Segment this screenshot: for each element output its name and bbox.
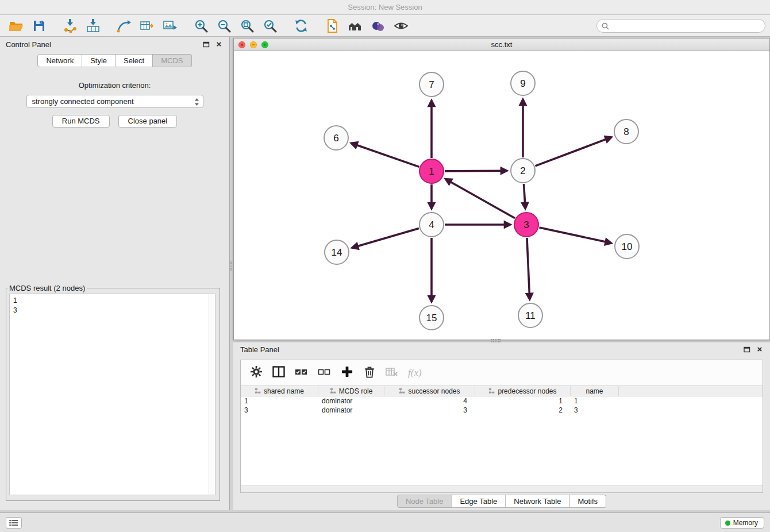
- close-panel-button[interactable]: Close panel: [118, 115, 178, 128]
- document-network-icon: [325, 18, 340, 33]
- graph-node-1[interactable]: 1: [419, 159, 444, 183]
- tab-node-table[interactable]: Node Table: [397, 495, 452, 508]
- zoom-window-icon[interactable]: [261, 41, 268, 48]
- tab-select[interactable]: Select: [116, 54, 153, 67]
- graph-node-15[interactable]: 15: [419, 306, 444, 330]
- cell-predecessor-nodes[interactable]: 2: [475, 406, 571, 415]
- add-column-button[interactable]: [341, 365, 353, 380]
- copy-network-button[interactable]: [321, 17, 344, 35]
- houses-icon: [348, 20, 363, 32]
- graph-node-14[interactable]: 14: [325, 240, 349, 264]
- cell-shared-name[interactable]: 1: [241, 396, 318, 406]
- control-panel-float-button[interactable]: [202, 40, 211, 48]
- graph-edge-1-2[interactable]: [445, 171, 507, 171]
- cell-name[interactable]: 1: [571, 396, 619, 406]
- graph-node-2[interactable]: 2: [511, 159, 535, 183]
- zoom-fit-button[interactable]: [236, 17, 259, 35]
- tab-edge-table[interactable]: Edge Table: [452, 495, 506, 508]
- task-history-button[interactable]: [6, 517, 22, 529]
- zoom-out-icon: [217, 19, 231, 33]
- show-columns-button[interactable]: [272, 365, 285, 380]
- table-panel: Table Panel ×: [233, 342, 770, 510]
- cell-mcds-role[interactable]: dominator: [318, 396, 384, 406]
- tab-mcds[interactable]: MCDS: [153, 54, 191, 67]
- graph-node-label: 7: [429, 79, 434, 90]
- delete-table-button[interactable]: [386, 367, 398, 380]
- graph-node-4[interactable]: 4: [419, 213, 444, 237]
- table-panel-close-button[interactable]: ×: [755, 345, 764, 353]
- graph-node-3[interactable]: 3: [514, 213, 538, 237]
- minimize-window-icon[interactable]: [250, 41, 257, 48]
- import-network-icon: [63, 18, 78, 33]
- tab-motifs[interactable]: Motifs: [569, 495, 606, 508]
- graph-node-9[interactable]: 9: [511, 71, 535, 95]
- run-mcds-button[interactable]: Run MCDS: [52, 115, 110, 128]
- column-header-name[interactable]: name: [571, 386, 619, 396]
- zoom-out-button[interactable]: [213, 17, 236, 35]
- tab-network[interactable]: Network: [37, 54, 82, 67]
- zoom-selected-button[interactable]: [259, 17, 282, 35]
- graph-edge-4-14[interactable]: [352, 228, 419, 248]
- criterion-dropdown[interactable]: strongly connected component: [26, 95, 203, 108]
- delete-column-button[interactable]: [363, 365, 376, 381]
- select-all-button[interactable]: [295, 367, 308, 380]
- graph-edge-3-11[interactable]: [527, 238, 530, 299]
- graph-node-6[interactable]: 6: [324, 126, 348, 150]
- search-input[interactable]: [612, 22, 760, 30]
- save-session-button[interactable]: [28, 17, 51, 35]
- import-table-button[interactable]: [82, 17, 105, 35]
- graph-node-label: 4: [429, 219, 434, 230]
- cell-predecessor-nodes[interactable]: 1: [475, 396, 571, 406]
- new-network-button[interactable]: [113, 17, 136, 35]
- graph-edge-1-6[interactable]: [351, 143, 419, 167]
- tab-style[interactable]: Style: [82, 54, 116, 67]
- graph-node-8[interactable]: 8: [614, 119, 638, 144]
- cell-successor-nodes[interactable]: 3: [384, 406, 475, 415]
- vertical-splitter-handle[interactable]: [230, 261, 234, 271]
- column-header-successor-nodes[interactable]: successor nodes: [384, 386, 475, 396]
- apply-layout-button[interactable]: [290, 17, 313, 35]
- graph-edge-2-3[interactable]: [524, 184, 526, 209]
- tab-network-table[interactable]: Network Table: [506, 495, 569, 508]
- show-hide-button[interactable]: [390, 17, 413, 35]
- function-builder-button[interactable]: f(x): [408, 367, 422, 379]
- table-horizontal-scrollbar[interactable]: [241, 485, 763, 492]
- zoom-in-button[interactable]: [190, 17, 213, 35]
- control-panel-close-button[interactable]: ×: [214, 40, 224, 48]
- graph-node-label: 15: [426, 313, 437, 323]
- graph-node-label: 14: [332, 247, 342, 258]
- export-image-button[interactable]: [159, 17, 182, 35]
- graph-node-10[interactable]: 10: [615, 234, 639, 259]
- graph-node-11[interactable]: 11: [518, 303, 542, 327]
- open-session-button[interactable]: [5, 17, 28, 35]
- style-button[interactable]: [367, 17, 390, 35]
- graph-edge-3-10[interactable]: [540, 228, 611, 243]
- graph-node-7[interactable]: 7: [419, 72, 444, 97]
- table-row[interactable]: 3 dominator 3 2 3: [241, 406, 763, 415]
- export-table-button[interactable]: [136, 17, 159, 35]
- result-scrollbar[interactable]: [209, 294, 215, 495]
- deselect-all-button[interactable]: [318, 367, 331, 380]
- column-header-predecessor-nodes[interactable]: predecessor nodes: [475, 386, 571, 396]
- cell-mcds-role[interactable]: dominator: [318, 406, 384, 415]
- graph-node-label: 1: [429, 166, 434, 177]
- table-empty-area: [241, 415, 763, 485]
- zoom-in-icon: [194, 19, 208, 33]
- column-header-shared-name[interactable]: shared name: [241, 386, 318, 396]
- network-graph[interactable]: 7968124314101511: [234, 51, 769, 340]
- graph-edge-2-8[interactable]: [536, 137, 611, 166]
- memory-button[interactable]: Memory: [720, 517, 764, 529]
- first-neighbors-button[interactable]: [344, 17, 367, 35]
- column-header-mcds-role[interactable]: MCDS role: [318, 386, 384, 396]
- table-row[interactable]: 1 dominator 4 1 1: [241, 396, 763, 406]
- close-window-icon[interactable]: [238, 41, 245, 48]
- network-canvas[interactable]: 7968124314101511: [234, 51, 769, 340]
- import-network-button[interactable]: [59, 17, 82, 35]
- graph-node-label: 8: [623, 126, 629, 137]
- cell-name[interactable]: 3: [571, 406, 619, 415]
- table-settings-button[interactable]: [250, 365, 263, 380]
- cell-shared-name[interactable]: 3: [241, 406, 318, 415]
- graph-edge-3-1[interactable]: [445, 179, 515, 218]
- cell-successor-nodes[interactable]: 4: [384, 396, 475, 406]
- table-panel-float-button[interactable]: [742, 345, 752, 353]
